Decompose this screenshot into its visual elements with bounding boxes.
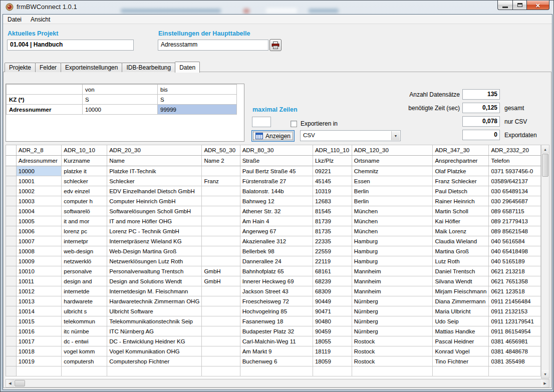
table-cell[interactable]: Buchenweg 6: [240, 356, 313, 366]
scroll-down-icon[interactable]: ▼: [541, 370, 549, 378]
table-cell[interactable]: internetpr: [62, 236, 107, 246]
table-cell[interactable]: Nürnberg: [352, 296, 433, 306]
column-header[interactable]: ADR_347_30: [433, 145, 489, 156]
table-cell[interactable]: Lorenz PC - Technik GmbH: [107, 226, 202, 236]
table-cell[interactable]: EDV Einzelhandel Dietsch GmbH: [107, 186, 202, 196]
table-cell[interactable]: 22559: [313, 246, 352, 256]
table-cell[interactable]: Bahnhofplatz 65: [240, 266, 313, 276]
horizontal-scroll-thumb[interactable]: [15, 380, 25, 386]
table-cell[interactable]: 10004: [16, 206, 61, 216]
table-cell[interactable]: Personalverwaltung Trentsch: [107, 266, 202, 276]
table-cell[interactable]: Mannheim: [352, 286, 433, 296]
table-cell[interactable]: Vogel Kommunikation OHG: [107, 346, 202, 356]
table-cell[interactable]: computer h: [62, 196, 107, 206]
table-cell[interactable]: Hamburg: [352, 256, 433, 266]
filter-row-label[interactable]: Adressnummer: [7, 105, 83, 115]
table-cell[interactable]: Martina Groß: [433, 246, 489, 256]
table-cell[interactable]: DC - Entwicklung Heidner KG: [107, 336, 202, 346]
table-cell[interactable]: Udo Seip: [433, 316, 489, 326]
table-cell[interactable]: 10018: [16, 346, 61, 356]
table-cell[interactable]: Ulbricht Software: [107, 306, 202, 316]
table-cell[interactable]: 22335: [313, 236, 352, 246]
table-cell[interactable]: 10002: [16, 186, 61, 196]
table-cell[interactable]: 10007: [16, 236, 61, 246]
table-cell[interactable]: Chemnitz: [352, 166, 433, 176]
table-cell[interactable]: 10015: [16, 316, 61, 326]
table-cell[interactable]: Jackson Street 43: [240, 286, 313, 296]
table-cell[interactable]: Web-Design Martina Groß: [107, 246, 202, 256]
tab-daten[interactable]: Daten: [175, 62, 200, 73]
main-table-field[interactable]: Adressstamm: [158, 40, 268, 51]
table-cell[interactable]: 089 6587115: [489, 206, 541, 216]
table-cell[interactable]: Rostock: [352, 336, 433, 346]
row-selector[interactable]: [6, 256, 17, 266]
table-cell[interactable]: Rostock: [352, 356, 433, 366]
table-cell[interactable]: Berlin: [352, 196, 433, 206]
table-cell[interactable]: Fürstenstraße 27: [240, 176, 313, 186]
table-cell[interactable]: Berlin: [352, 186, 433, 196]
row-selector[interactable]: [6, 366, 17, 376]
table-cell[interactable]: [313, 366, 352, 376]
table-cell[interactable]: Rainer Heinrich: [433, 196, 489, 206]
table-cell[interactable]: Fasanenweg 18: [240, 316, 313, 326]
table-cell[interactable]: [202, 236, 240, 246]
table-cell[interactable]: vogel komm: [62, 346, 107, 356]
table-cell[interactable]: Claudia Wieland: [433, 236, 489, 246]
table-cell[interactable]: 040 5616584: [489, 236, 541, 246]
column-header[interactable]: ADR_120_30: [352, 145, 433, 156]
table-cell[interactable]: lorenz pc: [62, 226, 107, 236]
vertical-scrollbar[interactable]: ▲ ▼: [541, 145, 549, 378]
maximize-button[interactable]: [512, 1, 527, 10]
column-header[interactable]: Adressnummer: [16, 156, 61, 166]
row-selector[interactable]: [6, 236, 17, 246]
column-header[interactable]: Ortsname: [352, 156, 433, 166]
table-cell[interactable]: itc nürnbe: [62, 326, 107, 336]
close-button[interactable]: ×: [527, 1, 549, 10]
table-cell[interactable]: 90471: [313, 306, 352, 316]
row-selector[interactable]: [6, 176, 17, 186]
table-cell[interactable]: personalve: [62, 266, 107, 276]
row-selector[interactable]: [6, 166, 17, 176]
table-cell[interactable]: Franz Schlecker: [433, 176, 489, 186]
table-cell[interactable]: Computer Heinrich GmbH: [107, 196, 202, 206]
row-selector[interactable]: [6, 346, 17, 356]
table-cell[interactable]: Hamburg: [352, 236, 433, 246]
row-selector[interactable]: [6, 266, 17, 276]
filter-cell-von[interactable]: S: [83, 95, 158, 105]
table-cell[interactable]: ITC Nürnberg AG: [107, 326, 202, 336]
row-selector[interactable]: [6, 276, 17, 286]
row-selector[interactable]: [6, 306, 17, 316]
table-cell[interactable]: [202, 246, 240, 256]
row-selector[interactable]: [6, 286, 17, 296]
table-cell[interactable]: 10010: [16, 266, 61, 276]
row-selector[interactable]: [6, 356, 17, 366]
column-header[interactable]: Ansprechpartner: [433, 156, 489, 166]
table-cell[interactable]: Paul Dietsch: [433, 186, 489, 196]
table-cell[interactable]: Am Hain 4: [240, 216, 313, 226]
table-cell[interactable]: telekommun: [62, 316, 107, 326]
filter-cell-bis[interactable]: S: [158, 95, 237, 105]
table-cell[interactable]: [202, 296, 240, 306]
table-cell[interactable]: [202, 256, 240, 266]
table-cell[interactable]: 90449: [313, 296, 352, 306]
row-selector-header[interactable]: [6, 156, 17, 166]
table-cell[interactable]: 10006: [16, 226, 61, 236]
scroll-left-icon[interactable]: ◀: [6, 379, 14, 387]
table-cell[interactable]: 90480: [313, 316, 352, 326]
menu-item-ansicht[interactable]: Ansicht: [26, 15, 55, 25]
table-cell[interactable]: [202, 366, 240, 376]
column-header[interactable]: Straße: [240, 156, 313, 166]
table-cell[interactable]: Mannheim: [352, 276, 433, 286]
table-cell[interactable]: Akazienallee 312: [240, 236, 313, 246]
table-cell[interactable]: [107, 366, 202, 376]
column-header[interactable]: ADR_50_30: [202, 145, 240, 156]
table-cell[interactable]: Martin Scholl: [433, 206, 489, 216]
table-cell[interactable]: 10012: [16, 286, 61, 296]
title-bar[interactable]: frmBWConnect 1.0.1: [1, 1, 553, 15]
table-cell[interactable]: [202, 226, 240, 236]
table-cell[interactable]: Hochvogelring 85: [240, 306, 313, 316]
table-cell[interactable]: 68161: [313, 266, 352, 276]
table-cell[interactable]: Internetdesign M. Fleischmann: [107, 286, 202, 296]
table-cell[interactable]: Hamburg: [352, 246, 433, 256]
table-cell[interactable]: 0911 21456484: [489, 296, 541, 306]
